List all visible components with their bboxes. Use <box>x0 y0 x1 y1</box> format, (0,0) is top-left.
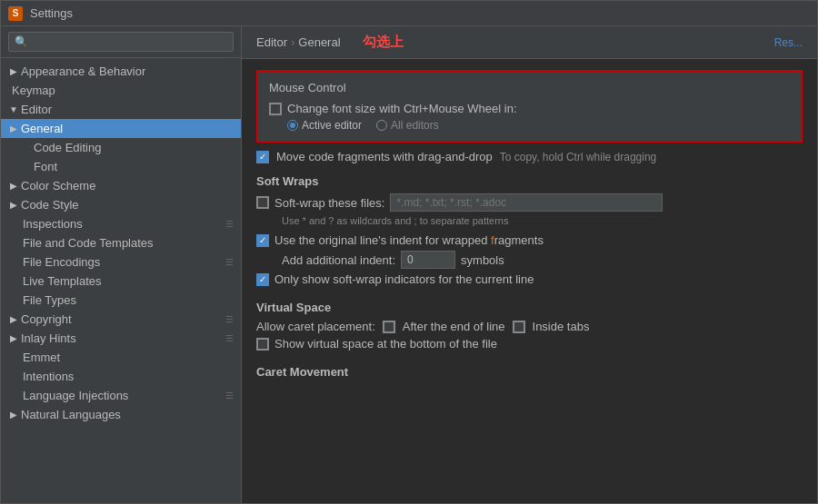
breadcrumb-part2: General <box>298 35 340 49</box>
expand-arrow-icon: ▶ <box>8 181 19 192</box>
sidebar-item-natural-languages[interactable]: ▶ Natural Languages <box>1 405 241 424</box>
expand-arrow-icon: ▶ <box>8 124 19 134</box>
sidebar-item-intentions[interactable]: Intentions <box>1 367 241 386</box>
add-indent-input[interactable] <box>401 251 455 269</box>
sidebar-item-label: Intentions <box>23 370 74 383</box>
show-virtual-row: Show virtual space at the bottom of the … <box>256 337 803 351</box>
sidebar-item-color-scheme[interactable]: ▶ Color Scheme <box>1 176 241 195</box>
sidebar-item-inspections[interactable]: Inspections ☰ <box>1 214 241 233</box>
sidebar-item-file-types[interactable]: File Types <box>1 291 241 310</box>
mouse-control-section: Mouse Control Change font size with Ctrl… <box>256 70 803 143</box>
move-code-hint: To copy, hold Ctrl while dragging <box>500 151 657 163</box>
move-code-row: Move code fragments with drag-and-drop T… <box>256 150 803 163</box>
sidebar-item-copyright[interactable]: ▶ Copyright ☰ <box>1 310 241 329</box>
sidebar-item-label: Inspections <box>23 217 83 231</box>
sidebar-item-label: Keymap <box>12 84 55 97</box>
inside-tabs-label: Inside tabs <box>533 320 590 333</box>
editor-radio-row: Active editor All editors <box>287 119 790 132</box>
sidebar-item-code-editing[interactable]: Code Editing <box>1 138 241 157</box>
soft-wrap-input[interactable] <box>390 193 663 212</box>
show-virtual-checkbox[interactable] <box>256 338 269 351</box>
add-indent-row: Add additional indent: symbols <box>282 251 803 269</box>
settings-icon: ☰ <box>225 314 234 324</box>
expand-arrow-icon: ▼ <box>8 104 19 115</box>
reset-button[interactable]: Res... <box>774 36 803 49</box>
caret-movement-title: Caret Movement <box>256 365 803 379</box>
sidebar-item-label: Editor <box>21 103 52 116</box>
sidebar-item-emmet[interactable]: Emmet <box>1 348 241 367</box>
sidebar-item-appearance[interactable]: ▶ Appearance & Behavior <box>1 62 241 81</box>
change-font-label: Change font size with Ctrl+Mouse Wheel i… <box>287 102 517 115</box>
main-scroll-area: Mouse Control Change font size with Ctrl… <box>242 59 817 503</box>
radio-active-label: Active editor <box>302 119 362 132</box>
breadcrumb-sep: › <box>291 35 294 49</box>
sidebar-item-label: Emmet <box>23 351 60 364</box>
use-indent-label: Use the original line's indent for wrapp… <box>274 233 544 247</box>
radio-circle-all <box>376 120 387 131</box>
sidebar-item-label: Natural Languages <box>21 408 121 421</box>
soft-wrap-label: Soft-wrap these files: <box>274 196 384 210</box>
main-panel: Editor › General 勾选上 Res... Mouse Contro… <box>242 26 817 503</box>
settings-window: S Settings ▶ Appearance & Behavior Keyma… <box>0 0 818 504</box>
sidebar-item-label: Code Style <box>21 198 79 212</box>
sidebar-item-code-style[interactable]: ▶ Code Style <box>1 195 241 214</box>
sidebar-item-font[interactable]: Font <box>1 157 241 176</box>
sidebar-item-label: File Encodings <box>23 255 100 269</box>
expand-arrow-icon: ▶ <box>8 66 19 77</box>
search-input[interactable] <box>8 32 234 52</box>
use-indent-checkbox[interactable] <box>256 234 269 247</box>
sidebar-item-file-encodings[interactable]: File Encodings ☰ <box>1 252 241 272</box>
sidebar-item-label: File and Code Templates <box>23 236 154 250</box>
soft-wraps-section: Soft Wraps Soft-wrap these files: Use * … <box>256 174 803 286</box>
expand-arrow-icon: ▶ <box>8 200 19 211</box>
sidebar-item-general[interactable]: ▶ General <box>1 119 241 138</box>
radio-all-editors[interactable]: All editors <box>376 119 439 132</box>
expand-arrow-icon: ▶ <box>8 410 19 420</box>
sidebar-item-live-templates[interactable]: Live Templates <box>1 272 241 291</box>
sidebar-item-label: Appearance & Behavior <box>21 64 145 78</box>
main-content: ▶ Appearance & Behavior Keymap ▼ Editor … <box>1 26 817 503</box>
sidebar-item-inlay-hints[interactable]: ▶ Inlay Hints ☰ <box>1 329 241 348</box>
after-end-checkbox[interactable] <box>383 321 395 333</box>
window-title: Settings <box>30 6 73 20</box>
annotation-text: 勾选上 <box>363 34 404 51</box>
expand-arrow-icon: ▶ <box>8 314 19 325</box>
sidebar-item-label: Language Injections <box>23 389 128 402</box>
sidebar-item-label: File Types <box>23 293 76 307</box>
sidebar: ▶ Appearance & Behavior Keymap ▼ Editor … <box>1 26 242 503</box>
main-header: Editor › General 勾选上 Res... <box>242 26 817 59</box>
sidebar-item-label: Inlay Hints <box>21 331 76 345</box>
move-code-checkbox[interactable] <box>256 151 269 163</box>
only-show-checkbox[interactable] <box>256 273 269 286</box>
virtual-space-section: Virtual Space Allow caret placement: Aft… <box>256 301 803 351</box>
expand-arrow-icon: ▶ <box>8 333 19 344</box>
only-show-row: Only show soft-wrap indicators for the c… <box>256 272 803 286</box>
soft-wrap-files-row: Soft-wrap these files: <box>256 193 803 212</box>
sidebar-list: ▶ Appearance & Behavior Keymap ▼ Editor … <box>1 58 241 503</box>
after-end-label: After the end of line <box>403 320 505 333</box>
app-icon: S <box>8 6 23 21</box>
move-code-label: Move code fragments with drag-and-drop <box>276 150 493 163</box>
radio-active-editor[interactable]: Active editor <box>287 119 362 132</box>
only-show-label: Only show soft-wrap indicators for the c… <box>274 272 534 286</box>
symbols-label: symbols <box>461 253 504 267</box>
sidebar-item-editor[interactable]: ▼ Editor <box>1 100 241 119</box>
change-font-row: Change font size with Ctrl+Mouse Wheel i… <box>269 102 790 115</box>
sidebar-item-file-code-templates[interactable]: File and Code Templates <box>1 233 241 252</box>
sidebar-item-keymap[interactable]: Keymap <box>1 81 241 100</box>
mouse-control-title: Mouse Control <box>269 81 790 94</box>
inside-tabs-checkbox[interactable] <box>513 321 525 333</box>
soft-wrap-checkbox[interactable] <box>256 196 269 209</box>
caret-placement-row: Allow caret placement: After the end of … <box>256 320 803 333</box>
sidebar-item-label: Code Editing <box>34 141 101 154</box>
sidebar-item-label: Font <box>34 160 57 173</box>
add-indent-label: Add additional indent: <box>282 253 395 267</box>
caret-label: Allow caret placement: <box>256 320 375 333</box>
breadcrumb-part1: Editor <box>256 35 287 49</box>
sidebar-item-language-injections[interactable]: Language Injections ☰ <box>1 386 241 405</box>
breadcrumb: Editor › General 勾选上 <box>256 34 404 51</box>
change-font-checkbox[interactable] <box>269 103 282 115</box>
search-box[interactable] <box>1 26 241 58</box>
soft-wraps-title: Soft Wraps <box>256 174 803 188</box>
sidebar-item-label: Live Templates <box>23 274 101 288</box>
